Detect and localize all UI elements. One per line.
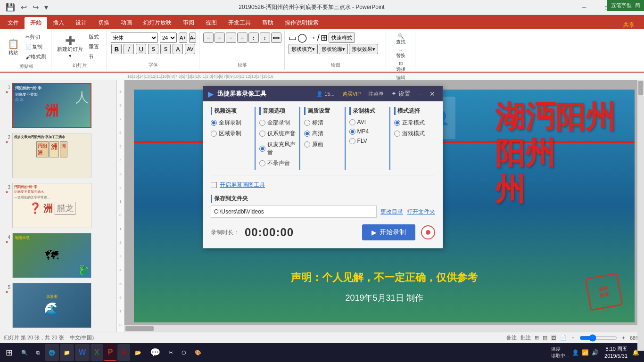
search-btn[interactable]: 🔍 <box>17 344 32 361</box>
no-audio-option[interactable]: 不录声音 <box>259 159 296 167</box>
view-normal-btn[interactable]: ⊞ <box>535 335 539 341</box>
flv-radio[interactable] <box>349 138 355 144</box>
canvas-scrollthumb-h[interactable] <box>125 326 154 331</box>
app14-btn[interactable]: 🎨 <box>191 344 205 361</box>
app13-btn[interactable]: ⬡ <box>178 344 190 361</box>
game-mode-radio[interactable] <box>394 131 400 137</box>
reset-btn[interactable]: 重置 <box>87 42 104 51</box>
canvas-scrollthumb-v[interactable] <box>638 81 643 95</box>
region-option[interactable]: 区域录制 <box>211 130 251 138</box>
task-view-btn[interactable]: ⧉ <box>33 344 44 361</box>
tab-insert[interactable]: 插入 <box>47 17 70 29</box>
snipping-btn[interactable]: ✂ <box>165 344 177 361</box>
align-text-btn[interactable]: ⟺ <box>271 33 281 43</box>
wubi-input-box[interactable]: 五笔字型 简 <box>607 0 644 11</box>
cut-btn[interactable]: ✂剪切 <box>24 33 48 41</box>
ppt-btn[interactable]: P <box>104 344 117 361</box>
screen-draw-label[interactable]: 开启屏幕画图工具 <box>220 181 265 189</box>
system-audio-option[interactable]: 仅系统声音 <box>259 130 296 138</box>
dialog-close-btn[interactable]: ✕ <box>427 88 438 99</box>
strikethrough-btn[interactable]: S <box>148 44 158 54</box>
slide-thumb-2[interactable]: 2 ★ 很多文章为沔阳州的"字加了三滴水 沔阳洲 洲 洲 <box>2 132 115 179</box>
screen-draw-checkbox[interactable] <box>211 182 217 188</box>
select-btn[interactable]: ⊡ 选择 <box>392 60 409 74</box>
start-record-btn[interactable]: ▶ 开始录制 <box>362 224 415 240</box>
shape-circle[interactable]: ◯ <box>297 33 307 43</box>
view-notes-btn[interactable]: 📄 <box>560 335 567 341</box>
excel-btn[interactable]: X <box>91 344 103 361</box>
comments-btn[interactable]: 批注 <box>520 334 531 341</box>
save-icon[interactable]: 💾 <box>4 2 17 13</box>
all-audio-radio[interactable] <box>259 120 265 126</box>
folder2-btn[interactable]: 📂 <box>131 344 145 361</box>
arrange-btn[interactable]: ⊞ <box>321 33 328 43</box>
zoom-slider[interactable] <box>579 334 617 342</box>
fullscreen-radio[interactable] <box>211 120 217 126</box>
columns-btn[interactable]: ⋮ <box>248 33 259 43</box>
sd-quality-option[interactable]: 标清 <box>304 119 340 127</box>
new-slide-btn[interactable]: ➕ 新建幻灯片 ▾ <box>55 34 85 60</box>
paste-btn[interactable]: 📋 粘贴 <box>5 37 22 57</box>
tab-home[interactable]: 开始 <box>25 17 47 29</box>
hd-quality-option[interactable]: 高清 <box>304 130 340 138</box>
font-size-select[interactable]: 24 <box>160 33 177 43</box>
fullscreen-option[interactable]: 全屏录制 <box>211 119 251 127</box>
align-left-btn[interactable]: ≡ <box>203 33 214 43</box>
avi-radio[interactable] <box>349 119 355 125</box>
tab-transitions[interactable]: 切换 <box>92 17 115 29</box>
all-audio-option[interactable]: 全部录制 <box>259 119 296 127</box>
explorer-btn[interactable]: 📁 <box>60 344 74 361</box>
shadow-btn[interactable]: S <box>160 44 171 54</box>
edge-btn[interactable]: 🌐 <box>45 344 59 361</box>
recording-dialog[interactable]: ▶ 迅捷屏幕录像工具 👤 15... 购买VIP 注菜单 ✦ 设置 ─ ✕ 视频… <box>203 86 443 248</box>
dialog-menu-btn[interactable]: 注菜单 <box>368 90 384 98</box>
view-outline-btn[interactable]: ▤ <box>543 335 547 341</box>
sd-radio[interactable] <box>304 120 310 126</box>
tab-file[interactable]: 文件 <box>2 17 25 29</box>
shape-arrow[interactable]: → <box>308 33 316 43</box>
shape-rect[interactable]: ▭ <box>289 33 297 43</box>
clock[interactable]: 8:10 周五 2019/5/31 <box>604 346 627 360</box>
region-radio[interactable] <box>211 131 217 137</box>
tab-review[interactable]: 审阅 <box>177 17 200 29</box>
tab-developer[interactable]: 开发工具 <box>223 17 256 29</box>
normal-mode-option[interactable]: 正常模式 <box>394 119 431 127</box>
font-family-select[interactable]: 宋体 <box>111 33 158 43</box>
view-slide-btn[interactable]: 🖼 <box>551 335 556 341</box>
tab-design[interactable]: 设计 <box>70 17 92 29</box>
hd-radio[interactable] <box>304 131 310 137</box>
shape-fill-btn[interactable]: 形状填充▾ <box>289 44 318 54</box>
screen-draw-row[interactable]: 开启屏幕画图工具 <box>211 181 435 189</box>
slide-thumb-4[interactable]: 4 ★ 地图示意 🗺 🐉 <box>2 232 115 279</box>
italic-btn[interactable]: I <box>124 44 134 54</box>
bold-btn[interactable]: B <box>111 44 122 54</box>
canvas-scrollbar-v[interactable] <box>637 80 644 332</box>
avi-format-option[interactable]: AVI <box>349 119 386 125</box>
replace-btn[interactable]: ↔ 替换 <box>392 46 409 60</box>
slide-thumb-1[interactable]: 1 ★ 沔阳州的"州"字 到底要不要加 点 水 洲 人 <box>2 82 115 129</box>
font-size-increase-btn[interactable]: A+ <box>179 33 187 43</box>
align-right-btn[interactable]: ≡ <box>226 33 236 43</box>
tab-search[interactable]: 操作说明搜索 <box>279 17 324 29</box>
system-audio-radio[interactable] <box>259 131 265 137</box>
tab-slideshow[interactable]: 幻灯片放映 <box>138 17 177 29</box>
font-size-decrease-btn[interactable]: A- <box>189 33 196 43</box>
redo-icon[interactable]: ↪ <box>31 2 41 13</box>
customize-icon[interactable]: ▾ <box>42 2 50 13</box>
tab-help[interactable]: 帮助 <box>256 17 279 29</box>
wechat-btn[interactable]: 💬 <box>146 344 164 361</box>
dialog-minimize-btn[interactable]: ─ <box>414 88 426 99</box>
original-radio[interactable] <box>304 141 310 148</box>
justify-btn[interactable]: ≡ <box>237 33 248 43</box>
original-quality-option[interactable]: 原画 <box>304 140 340 148</box>
shape-outline-btn[interactable]: 形状轮廓▾ <box>319 44 348 54</box>
network-icon[interactable]: 📶 <box>582 349 589 356</box>
slide-thumb-3[interactable]: 3 ★ 沔阳州的"州"字 到底要不要加三滴水 一道滑生的文字学常识... ❓ 洲… <box>2 182 115 229</box>
tab-animations[interactable]: 动画 <box>115 17 138 29</box>
font-color-btn[interactable]: A <box>173 44 183 54</box>
undo-icon[interactable]: ↩ <box>19 2 29 13</box>
mp4-format-option[interactable]: MP4 <box>349 128 386 135</box>
zoom-in-btn[interactable]: ＋ <box>621 334 626 341</box>
dialog-vip-btn[interactable]: 购买VIP <box>342 90 361 98</box>
underline-btn[interactable]: U <box>136 44 146 54</box>
